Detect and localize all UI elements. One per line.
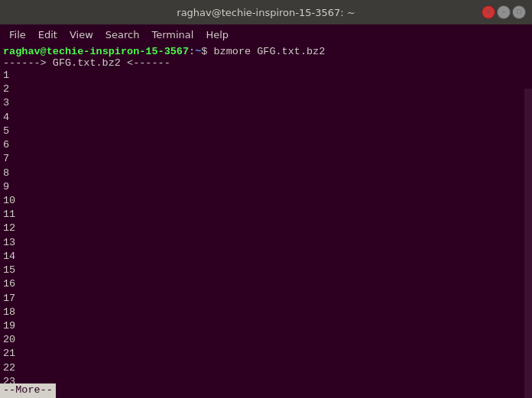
menu-search[interactable]: Search — [99, 28, 146, 42]
prompt-tilde: ~ — [195, 46, 201, 57]
arrow-line: ------> GFG.txt.bz2 <------ — [3, 57, 529, 69]
close-button[interactable]: × — [482, 5, 495, 19]
line-20: 20 — [3, 333, 529, 347]
line-10: 10 — [3, 194, 529, 208]
prompt-line: raghav @ techie-inspiron-15-3567 : ~ $ b… — [3, 46, 529, 57]
line-18: 18 — [3, 306, 529, 319]
line-19: 19 — [3, 319, 529, 333]
line-6: 6 — [3, 138, 529, 152]
line-23: 23 — [3, 375, 529, 389]
scrollbar-track[interactable] — [524, 89, 532, 398]
prompt-command: bzmore GFG.txt.bz2 — [207, 46, 325, 57]
line-8: 8 — [3, 167, 529, 180]
window-title: raghav@techie-inspiron-15-3567: ~ — [177, 7, 355, 18]
menu-edit[interactable]: Edit — [32, 28, 63, 42]
line-13: 13 — [3, 236, 529, 250]
more-bar: --More-- — [0, 383, 56, 398]
line-21: 21 — [3, 347, 529, 361]
line-17: 17 — [3, 292, 529, 306]
prompt-colon: : — [189, 46, 195, 57]
line-22: 22 — [3, 361, 529, 375]
line-11: 11 — [3, 208, 529, 222]
menu-file[interactable]: File — [3, 28, 32, 42]
menu-bar: File Edit View Search Terminal Help — [0, 24, 532, 44]
line-16: 16 — [3, 277, 529, 291]
menu-terminal[interactable]: Terminal — [145, 28, 200, 42]
line-14: 14 — [3, 250, 529, 264]
line-2: 2 — [3, 83, 529, 96]
line-15: 15 — [3, 264, 529, 277]
line-1: 1 — [3, 69, 529, 83]
maximize-button[interactable]: □ — [512, 5, 526, 19]
prompt-at: @ — [41, 46, 47, 57]
line-3: 3 — [3, 96, 529, 110]
minimize-button[interactable]: – — [497, 5, 511, 19]
prompt-host: techie-inspiron-15-3567 — [47, 46, 189, 57]
line-4: 4 — [3, 111, 529, 125]
line-9: 9 — [3, 180, 529, 194]
title-bar: raghav@techie-inspiron-15-3567: ~ × – □ — [0, 0, 532, 24]
prompt-user: raghav — [3, 46, 41, 57]
menu-help[interactable]: Help — [200, 28, 235, 42]
line-5: 5 — [3, 125, 529, 138]
menu-view[interactable]: View — [63, 28, 99, 42]
prompt-dollar: $ — [201, 46, 207, 57]
terminal-content[interactable]: raghav @ techie-inspiron-15-3567 : ~ $ b… — [0, 44, 532, 398]
line-7: 7 — [3, 152, 529, 166]
window-controls[interactable]: × – □ — [482, 5, 526, 19]
line-12: 12 — [3, 222, 529, 235]
